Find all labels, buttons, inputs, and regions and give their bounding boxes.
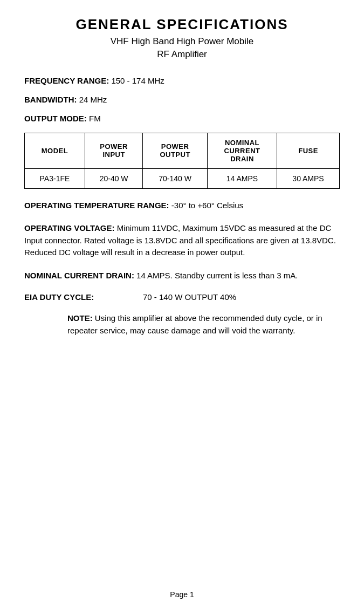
page-title: GENERAL SPECIFICATIONS: [24, 16, 340, 33]
table-cell-fuse: 30 AMPS: [277, 168, 340, 188]
operating-voltage-section: OPERATING VOLTAGE: Minimum 11VDC, Maximu…: [24, 222, 340, 259]
nominal-current-section: NOMINAL CURRENT DRAIN: 14 AMPS. Standby …: [24, 270, 340, 282]
operating-temp-label: OPERATING TEMPERATURE RANGE:: [24, 201, 169, 210]
table-cell-model: PA3-1FE: [25, 168, 85, 188]
bandwidth-section: BANDWIDTH: 24 MHz: [24, 95, 340, 104]
eia-value: 70 - 140 W OUTPUT 40%: [143, 292, 236, 302]
bandwidth-label: BANDWIDTH:: [24, 95, 77, 104]
nominal-current-label: NOMINAL CURRENT DRAIN:: [24, 271, 134, 280]
table-header-power-output: POWEROUTPUT: [143, 133, 207, 168]
output-mode-label: OUTPUT MODE:: [24, 114, 87, 123]
table-cell-nominal-current: 14 AMPS: [207, 168, 277, 188]
operating-temp-section: OPERATING TEMPERATURE RANGE: -30° to +60…: [24, 200, 340, 212]
page-subtitle: VHF High Band High Power Mobile RF Ampli…: [24, 35, 340, 61]
frequency-range-section: FREQUENCY RANGE: 150 - 174 MHz: [24, 76, 340, 85]
note-section: NOTE: Using this amplifier at above the …: [67, 312, 340, 337]
note-text: Using this amplifier at above the recomm…: [67, 313, 322, 335]
table-cell-power-input: 20-40 W: [85, 168, 143, 188]
operating-voltage-label: OPERATING VOLTAGE:: [24, 223, 115, 233]
output-mode-section: OUTPUT MODE: FM: [24, 114, 340, 123]
table-header-model: MODEL: [25, 133, 85, 168]
frequency-label: FREQUENCY RANGE:: [24, 76, 109, 85]
operating-temp-value: -30° to +60° Celsius: [169, 201, 243, 210]
table-header-nominal-current-drain: NOMINALCURRENTDRAIN: [207, 133, 277, 168]
note-label: NOTE:: [67, 313, 93, 323]
table-header-fuse: FUSE: [277, 133, 340, 168]
table-row: PA3-1FE 20-40 W 70-140 W 14 AMPS 30 AMPS: [25, 168, 340, 188]
output-mode-value: FM: [87, 114, 101, 123]
table-header-power-input: POWERINPUT: [85, 133, 143, 168]
specs-table: MODEL POWERINPUT POWEROUTPUT NOMINALCURR…: [24, 133, 340, 189]
eia-label: EIA DUTY CYCLE:: [24, 292, 111, 302]
frequency-value: 150 - 174 MHz: [109, 76, 164, 85]
table-cell-power-output: 70-140 W: [143, 168, 207, 188]
page-number: Page 1: [0, 590, 364, 599]
bandwidth-value: 24 MHz: [77, 95, 107, 104]
eia-duty-cycle-section: EIA DUTY CYCLE: 70 - 140 W OUTPUT 40%: [24, 292, 340, 302]
nominal-current-text: 14 AMPS. Standby current is less than 3 …: [134, 271, 298, 280]
